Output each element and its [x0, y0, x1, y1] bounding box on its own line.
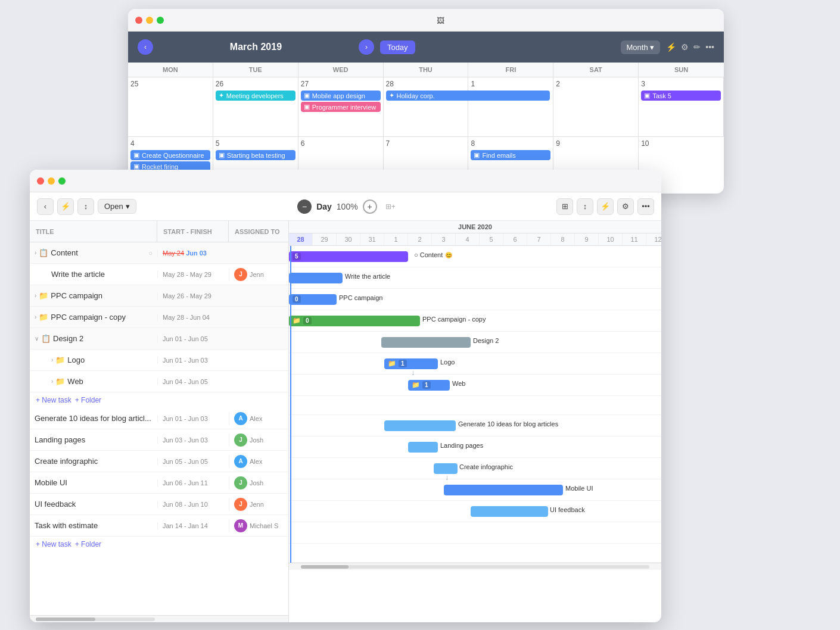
- gantt-bar-ppc[interactable]: 0: [289, 294, 337, 305]
- gantt-left-panel: TITLE START - FINISH ASSIGNED TO › 📋 Con…: [30, 221, 289, 622]
- calendar-event[interactable]: ▣ Find emails: [471, 150, 550, 160]
- gantt-bar-web[interactable]: 📁 1: [408, 380, 450, 391]
- filter-icon[interactable]: ⚡: [666, 42, 676, 52]
- grid-icon[interactable]: ⊞+: [385, 202, 396, 211]
- table-row[interactable]: Create infographic Jun 05 - Jun 05 A Ale…: [30, 451, 288, 472]
- scrollbar-thumb[interactable]: [36, 617, 95, 621]
- table-row[interactable]: Write the article May 28 - May 29 J Jenn: [30, 264, 288, 285]
- gantt-bar-design2[interactable]: [381, 337, 471, 348]
- row-menu[interactable]: ○: [148, 249, 153, 257]
- edit-icon[interactable]: ✏: [693, 42, 701, 52]
- bottom-scrollbar[interactable]: [289, 563, 661, 570]
- chevron-right-icon[interactable]: ›: [35, 292, 36, 299]
- maximize-button[interactable]: [58, 177, 66, 185]
- filter2-button[interactable]: ⚡: [597, 198, 614, 215]
- gantt-bar-infographic[interactable]: [434, 463, 458, 474]
- new-task-label-2[interactable]: + New task: [36, 540, 71, 548]
- table-row[interactable]: Generate 10 ideas for blog articl... Jun…: [30, 408, 288, 429]
- gantt-bar-logo[interactable]: 📁 1: [384, 358, 438, 369]
- gantt-bar-ppc-copy[interactable]: 📁 0: [289, 316, 420, 326]
- event-icon: ▣: [474, 151, 480, 159]
- gantt-toolbar-center: − Day 100% + ⊞+: [141, 199, 552, 214]
- calendar-event[interactable]: ▣ Mobile app design: [301, 91, 381, 101]
- row-dates: May 28 - Jun 04: [157, 314, 229, 321]
- minimize-button[interactable]: [146, 17, 153, 24]
- new-task-row[interactable]: + New task + Folder: [30, 392, 288, 408]
- today-line: [290, 246, 291, 563]
- open-dropdown[interactable]: Open ▾: [98, 199, 136, 214]
- gantt-right-panel[interactable]: JUNE 2020 28 29 30 31 1 2 3 4 5 6 7 8 9 …: [289, 221, 661, 622]
- calendar-event[interactable]: ✦ Meeting developers: [216, 91, 295, 101]
- new-task-label[interactable]: + New task: [36, 396, 71, 404]
- gantt-toolbar-right: ⊞ ↕ ⚡ ⚙ •••: [556, 198, 654, 215]
- table-row[interactable]: ∨ 📋 Design 2 Jun 01 - Jun 05: [30, 328, 288, 350]
- sort2-button[interactable]: ↕: [577, 198, 593, 215]
- cal-date: 8: [471, 139, 550, 148]
- cal-cell[interactable]: 2: [553, 77, 639, 137]
- zoom-in-button[interactable]: +: [363, 199, 377, 214]
- table-row[interactable]: Task with estimate Jan 14 - Jan 14 M Mic…: [30, 515, 288, 537]
- event-icon: ▣: [133, 151, 139, 159]
- today-button[interactable]: Today: [380, 40, 415, 54]
- gantt-bar-mobile[interactable]: [444, 485, 563, 495]
- next-month-button[interactable]: ›: [359, 39, 374, 55]
- calendar-event[interactable]: ▣ Task 5: [641, 91, 721, 101]
- more-button[interactable]: •••: [637, 198, 654, 215]
- table-row[interactable]: Landing pages Jun 03 - Jun 03 J Josh: [30, 429, 288, 451]
- day-col-5: 5: [480, 233, 503, 245]
- calendar-header: ‹ March 2019 › Today Month ▾ ⚡ ⚙ ✏ •••: [128, 32, 724, 63]
- table-row[interactable]: › 📁 Logo Jun 01 - Jun 03: [30, 350, 288, 371]
- new-folder-label[interactable]: + Folder: [75, 396, 101, 404]
- table-row[interactable]: › 📁 Web Jun 04 - Jun 05: [30, 371, 288, 392]
- gantt-bar-landing[interactable]: [408, 442, 438, 453]
- cal-cell[interactable]: 3 ▣ Task 5: [639, 77, 724, 137]
- table-row[interactable]: Mobile UI Jun 06 - Jun 11 J Josh: [30, 472, 288, 494]
- settings-icon[interactable]: ⚙: [681, 42, 689, 52]
- row-title: Task with estimate: [30, 521, 157, 530]
- gantt-bar-feedback[interactable]: [471, 506, 548, 517]
- chevron-right-icon[interactable]: ›: [35, 314, 36, 320]
- more-icon[interactable]: •••: [705, 42, 714, 52]
- cal-cell[interactable]: 26 ✦ Meeting developers: [213, 77, 298, 137]
- close-button[interactable]: [135, 17, 142, 24]
- scrollbar-thumb[interactable]: [301, 565, 349, 569]
- split-view-button[interactable]: ⊞: [556, 198, 573, 215]
- calendar-event[interactable]: ▣ Programmer interview: [301, 102, 381, 112]
- settings-button[interactable]: ⚙: [617, 198, 634, 215]
- cal-cell[interactable]: 1: [468, 77, 553, 137]
- filter-button[interactable]: ⚡: [57, 198, 74, 215]
- table-row[interactable]: › 📋 Content ○ May 24 Jun 03: [30, 242, 288, 264]
- gantt-bar-blog[interactable]: [384, 420, 456, 431]
- left-scrollbar[interactable]: [30, 615, 288, 622]
- gantt-bar-row: Generate 10 ideas for blog articles: [289, 415, 661, 436]
- col-header-dates: START - FINISH: [157, 221, 229, 242]
- calendar-icon: 🖼: [437, 16, 444, 25]
- new-task-row-2[interactable]: + New task + Folder: [30, 537, 288, 552]
- zoom-out-button[interactable]: −: [297, 199, 312, 214]
- chevron-right-icon[interactable]: ›: [51, 357, 53, 363]
- table-row[interactable]: › 📁 PPC campaign May 26 - May 29: [30, 285, 288, 307]
- calendar-event[interactable]: ✦ Holiday corp.: [386, 91, 550, 101]
- month-view-button[interactable]: Month ▾: [621, 40, 661, 54]
- cal-cell[interactable]: 27 ▣ Mobile app design ▣ Programmer inte…: [298, 77, 384, 137]
- chevron-right-icon[interactable]: ›: [35, 249, 36, 256]
- close-button[interactable]: [37, 177, 44, 185]
- gantt-bar-write[interactable]: [289, 273, 343, 283]
- calendar-event[interactable]: ▣ Create Questionnaire: [130, 150, 210, 160]
- calendar-event[interactable]: ▣ Starting beta testing: [216, 150, 295, 160]
- table-row[interactable]: › 📁 PPC campaign - copy May 28 - Jun 04: [30, 307, 288, 328]
- back-button[interactable]: ‹: [37, 198, 54, 215]
- gantt-bar-content[interactable]: 5: [289, 251, 408, 262]
- minimize-button[interactable]: [48, 177, 55, 185]
- chevron-right-icon[interactable]: ›: [51, 378, 53, 385]
- new-folder-label-2[interactable]: + Folder: [75, 540, 101, 548]
- col-header-title: TITLE: [30, 221, 157, 242]
- cal-cell[interactable]: 25: [128, 77, 213, 137]
- cal-cell[interactable]: 28 ✦ Holiday corp.: [384, 77, 469, 137]
- sort-button[interactable]: ↕: [77, 198, 94, 215]
- bar-label: PPC campaign: [339, 294, 382, 301]
- prev-month-button[interactable]: ‹: [138, 39, 153, 55]
- chevron-down-icon[interactable]: ∨: [35, 335, 39, 342]
- table-row[interactable]: UI feedback Jun 08 - Jun 10 J Jenn: [30, 494, 288, 515]
- maximize-button[interactable]: [157, 17, 164, 24]
